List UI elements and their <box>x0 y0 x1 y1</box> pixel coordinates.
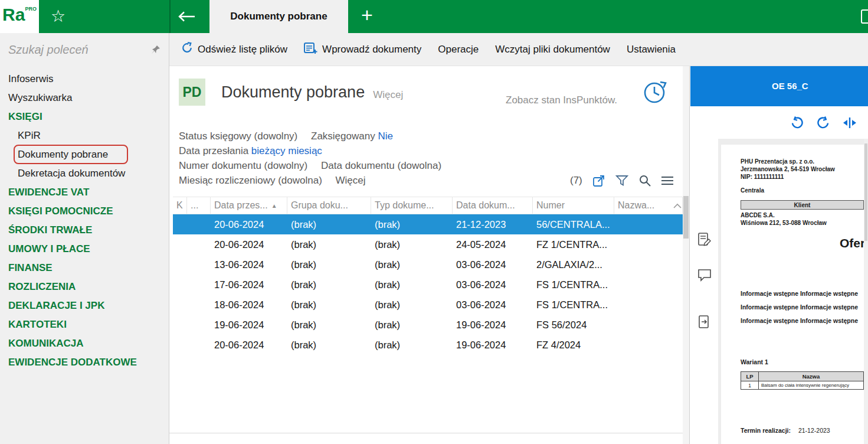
table-row[interactable]: 18-06-2024(brak) (brak)03-06-2024 FS 1/C… <box>173 295 683 315</box>
col-header-k[interactable]: K <box>173 197 187 214</box>
module-badge: PD <box>179 79 205 106</box>
sidebar-section-srodki-trwale[interactable]: ŚRODKI TRWAŁE <box>0 221 169 240</box>
sidebar-item-wyszukiwarka[interactable]: Wyszukiwarka <box>0 89 169 107</box>
col-header-nazwa[interactable]: Nazwa... <box>614 197 683 214</box>
preview-toolbar <box>690 106 868 139</box>
filter-data-przeslania-label[interactable]: Data przesłania <box>179 145 248 156</box>
operations-menu-button[interactable]: Operacje <box>438 44 479 56</box>
sidebar-section-ksiegi-pomocnicze[interactable]: KSIĘGI POMOCNICZE <box>0 202 169 221</box>
top-bar: RaPRO ☆ Dokumenty pobrane + <box>0 0 868 33</box>
panel-divider <box>689 66 690 444</box>
preview-header: OE 56_C <box>690 66 868 106</box>
enter-documents-label: Wprowadź dokumenty <box>322 44 421 56</box>
history-clock-icon[interactable] <box>641 78 669 109</box>
sidebar-section-ksiegi[interactable]: KSIĘGI <box>0 107 169 126</box>
load-document-files-label: Wczytaj pliki dokumentów <box>495 44 610 56</box>
col-header-grupa[interactable]: Grupa doku... <box>287 197 371 214</box>
inspunkty-status-link[interactable]: Zobacz stan InsPunktów. <box>506 94 617 106</box>
table-row[interactable]: 20-06-2024(brak) (brak)24-05-2024 FZ 1/C… <box>173 234 683 254</box>
col-header-data-przeslania[interactable]: Data przes...▲ <box>211 197 287 214</box>
branch-label: Centrala <box>741 187 764 194</box>
items-col-lp: LP <box>741 372 759 381</box>
tab-title: Dokumenty pobrane <box>230 11 327 22</box>
table-row[interactable]: 20-06-2024(brak) (brak)21-12-2023 56/CEN… <box>173 214 683 234</box>
filter-more-link[interactable]: Więcej <box>336 175 366 186</box>
item-lp: 1 <box>741 381 759 390</box>
preview-side-strip <box>690 139 718 444</box>
col-header-typ[interactable]: Typ dokume... <box>371 197 453 214</box>
logo-pro-text: PRO <box>25 6 37 12</box>
filter-zaksiegowany-value-link[interactable]: Nie <box>378 130 393 142</box>
sidebar-section-ewidencje-dodatkowe[interactable]: EWIDENCJE DODATKOWE <box>0 353 169 372</box>
sidebar-section-deklaracje-i-jpk[interactable]: DEKLARACJE I JPK <box>0 296 169 315</box>
notification-icon-partial[interactable] <box>861 9 868 24</box>
enter-documents-button[interactable]: Wprowadź dokumenty <box>304 42 421 57</box>
preview-scrollbar[interactable] <box>864 139 868 444</box>
document-preview-panel: OE 56_C PHU Prez <box>690 66 868 444</box>
document-page: PHU Prezentacja sp. z o.o. Jerzmanowska … <box>721 145 864 444</box>
sidebar-section-ewidencje-vat[interactable]: EWIDENCJE VAT <box>0 183 169 202</box>
items-col-name: Nazwa <box>759 372 864 381</box>
topbar-separator <box>169 0 171 33</box>
sidebar-section-finanse[interactable]: FINANSE <box>0 259 169 278</box>
filter-miesiac-rozliczeniowy[interactable]: Miesiąc rozliczeniowy (dowolna) <box>179 175 322 186</box>
preview-scrollbar-thumb[interactable] <box>864 143 867 241</box>
add-document-icon <box>304 42 317 57</box>
filter-funnel-icon[interactable] <box>615 175 628 187</box>
document-title: Ofer <box>840 236 864 250</box>
col-header-dots[interactable]: ... <box>187 197 211 214</box>
comment-icon[interactable] <box>697 267 712 285</box>
term-label: Termin realizacji: <box>741 427 791 434</box>
scroll-up-icon[interactable] <box>673 200 682 211</box>
table-row[interactable]: 19-06-2024(brak) (brak)19-06-2024 FS 56/… <box>173 315 683 335</box>
title-more-link[interactable]: Więcej <box>373 89 403 101</box>
filter-zaksiegowany-label[interactable]: Zaksięgowany <box>311 130 375 142</box>
sidebar-section-umowy-i-place[interactable]: UMOWY I PŁACE <box>0 240 169 259</box>
col-header-data-dokumentu[interactable]: Data dokum... <box>453 197 533 214</box>
document-edit-icon[interactable] <box>697 232 712 250</box>
tab-dokumenty-pobrane[interactable]: Dokumenty pobrane <box>209 0 348 33</box>
client-block: ABCDE S.A. Wiśniowa 212, 53-088 Wrocław <box>741 211 827 227</box>
hamburger-menu-icon[interactable] <box>661 176 673 185</box>
rotate-ccw-icon[interactable] <box>790 116 804 130</box>
list-scrollbar-thumb[interactable] <box>683 196 689 239</box>
logo-text: Ra <box>2 5 25 25</box>
pin-icon[interactable] <box>151 45 161 57</box>
search-input[interactable] <box>8 43 144 57</box>
app-window: RaPRO ☆ Dokumenty pobrane + Infoserwis W… <box>0 0 868 444</box>
sidebar: Infoserwis Wyszukiwarka KSIĘGI KPiR Doku… <box>0 33 169 444</box>
load-document-files-button[interactable]: Wczytaj pliki dokumentów <box>495 44 610 56</box>
sidebar-section-komunikacja[interactable]: KOMUNIKACJA <box>0 334 169 353</box>
export-icon[interactable] <box>592 174 605 187</box>
sidebar-section-kartoteki[interactable]: KARTOTEKI <box>0 315 169 334</box>
fit-width-icon[interactable] <box>842 116 857 130</box>
rotate-cw-icon[interactable] <box>816 116 830 130</box>
favorites-star-icon[interactable]: ☆ <box>51 6 65 26</box>
filter-status-ksiegowy[interactable]: Status księgowy (dowolny) <box>179 130 297 142</box>
sidebar-item-dekretacja-dokumentow[interactable]: Dekretacja dokumentów <box>0 164 169 183</box>
col-header-numer[interactable]: Numer <box>533 197 614 214</box>
sidebar-item-infoserwis[interactable]: Infoserwis <box>0 70 169 89</box>
settings-label: Ustawienia <box>627 44 676 56</box>
filter-data-przeslania-value-link[interactable]: bieżący miesiąc <box>251 145 322 156</box>
variant-label: Wariant 1 <box>741 358 768 365</box>
sidebar-item-dokumenty-pobrane[interactable]: Dokumenty pobrane <box>0 145 169 164</box>
refresh-files-button[interactable]: Odśwież listę plików <box>181 42 287 57</box>
document-transfer-icon[interactable] <box>697 315 712 332</box>
client-table-header: Klient <box>741 200 864 210</box>
new-tab-plus-icon[interactable]: + <box>361 4 373 27</box>
sidebar-item-kpir[interactable]: KPiR <box>0 126 169 145</box>
preview-title: OE 56_C <box>772 81 808 91</box>
table-header-row: K ... Data przes...▲ Grupa doku... Typ d… <box>173 197 683 214</box>
table-row[interactable]: 17-06-2024(brak) (brak)03-06-2024 FS 1/C… <box>173 275 683 295</box>
table-row[interactable]: 13-06-2024(brak) (brak)03-06-2024 2/GALA… <box>173 254 683 275</box>
list-scrollbar[interactable] <box>683 66 689 444</box>
back-arrow-icon[interactable] <box>177 11 196 25</box>
filter-data-dokumentu[interactable]: Data dokumentu (dowolna) <box>321 160 441 171</box>
search-icon[interactable] <box>638 174 651 187</box>
sidebar-section-rozliczenia[interactable]: ROZLICZENIA <box>0 278 169 296</box>
settings-menu-button[interactable]: Ustawienia <box>627 44 676 56</box>
filter-numer-dokumentu[interactable]: Numer dokumentu (dowolny) <box>179 160 307 171</box>
refresh-files-label: Odśwież listę plików <box>198 44 287 56</box>
table-row[interactable]: 20-06-2024(brak) (brak)19-06-2024 FZ 4/2… <box>173 335 683 355</box>
